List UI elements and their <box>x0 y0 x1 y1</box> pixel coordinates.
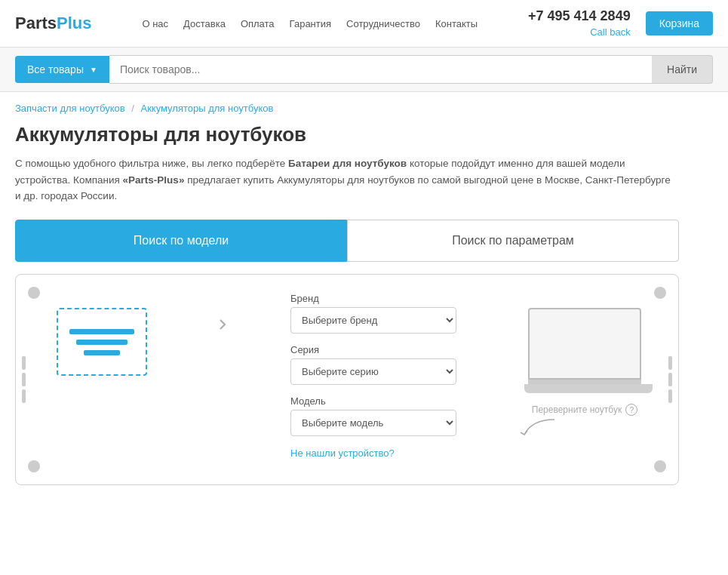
corner-dot-tl <box>28 287 40 299</box>
callback-link[interactable]: Call back <box>590 26 630 38</box>
side-bar <box>668 356 672 370</box>
series-field-group: Серия Выберите серию <box>290 344 456 385</box>
laptop-base <box>524 384 653 393</box>
laptop-right-sketch <box>524 308 645 393</box>
search-input[interactable] <box>109 55 652 84</box>
filter-section: Бренд Выберите бренд Серия Выберите сери… <box>15 274 679 485</box>
model-select[interactable]: Выберите модель <box>290 410 456 436</box>
page-description: С помощью удобного фильтра ниже, вы легк… <box>15 155 679 204</box>
side-bar <box>668 389 672 403</box>
flip-label-text: Переверните ноутбук <box>532 404 622 415</box>
side-bar <box>22 389 26 403</box>
desc-bold-1: Батареи для ноутбуков <box>288 158 407 169</box>
arrow-right-icon <box>213 315 232 334</box>
desc-bold-2: «Parts-Plus» <box>123 174 185 186</box>
tab-param-search[interactable]: Поиск по параметрам <box>347 220 679 262</box>
laptop-screen <box>528 308 641 380</box>
series-label: Серия <box>290 344 456 355</box>
side-bars-right <box>668 356 672 403</box>
nav-delivery[interactable]: Доставка <box>183 18 226 29</box>
main-content: Запчасти для ноутбуков / Аккумуляторы дл… <box>0 92 728 500</box>
logo[interactable]: Parts Plus <box>15 14 92 33</box>
corner-dot-tr <box>654 287 666 299</box>
side-bars-left <box>22 356 26 403</box>
brand-label: Бренд <box>290 293 456 304</box>
phone-number: +7 495 414 2849 <box>528 8 631 25</box>
question-icon[interactable]: ? <box>625 404 637 416</box>
search-button[interactable]: Найти <box>652 55 713 84</box>
breadcrumb: Запчасти для ноутбуков / Аккумуляторы дл… <box>15 103 713 114</box>
nav-about[interactable]: О нас <box>142 18 168 29</box>
corner-dot-br <box>654 460 666 472</box>
header: Parts Plus О нас Доставка Оплата Гаранти… <box>0 0 728 48</box>
model-field-group: Модель Выберите модель <box>290 395 456 436</box>
flip-arrow-container <box>509 416 660 438</box>
page-title: Аккумуляторы для ноутбуков <box>15 123 713 146</box>
arrow-connector <box>213 315 232 334</box>
side-bar <box>22 356 26 370</box>
laptop-illustration-right: Переверните ноутбук ? <box>509 308 660 438</box>
series-select[interactable]: Выберите серию <box>290 358 456 385</box>
logo-parts: Parts <box>15 14 57 33</box>
side-bar <box>668 373 672 386</box>
chevron-down-icon: ▼ <box>90 66 97 74</box>
search-tabs: Поиск по модели Поиск по параметрам <box>15 220 679 262</box>
flip-arrow-icon <box>517 416 562 438</box>
sketch-line-2 <box>76 340 127 345</box>
sketch-line-3 <box>84 350 120 355</box>
not-found-link[interactable]: Не нашли устройство? <box>290 447 395 459</box>
brand-select[interactable]: Выберите бренд <box>290 307 456 334</box>
nav-payment[interactable]: Оплата <box>241 18 275 29</box>
breadcrumb-separator: / <box>131 103 137 114</box>
brand-field-group: Бренд Выберите бренд <box>290 293 456 334</box>
logo-plus: Plus <box>57 14 91 33</box>
phone-block: +7 495 414 2849 Call back <box>528 8 631 39</box>
all-goods-label: Все товары <box>27 63 84 75</box>
laptop-sketch-left <box>57 308 147 376</box>
search-bar: Все товары ▼ Найти <box>0 48 728 92</box>
filter-inner: Бренд Выберите бренд Серия Выберите сери… <box>34 293 660 459</box>
model-label: Модель <box>290 395 456 407</box>
tab-model-search[interactable]: Поиск по модели <box>15 220 347 262</box>
dashed-selection-box <box>57 308 147 376</box>
filter-form: Бренд Выберите бренд Серия Выберите сери… <box>290 293 456 459</box>
flip-label: Переверните ноутбук ? <box>532 404 637 416</box>
breadcrumb-current: Аккумуляторы для ноутбуков <box>140 103 273 114</box>
sketch-line-1 <box>69 329 134 334</box>
nav-contacts[interactable]: Контакты <box>435 18 478 29</box>
all-goods-button[interactable]: Все товары ▼ <box>15 56 109 83</box>
cart-button[interactable]: Корзина <box>646 11 713 35</box>
side-bar <box>22 373 26 386</box>
nav-warranty[interactable]: Гарантия <box>290 18 331 29</box>
breadcrumb-link-parts[interactable]: Запчасти для ноутбуков <box>15 103 125 114</box>
laptop-illustration-left <box>34 308 170 376</box>
nav-cooperation[interactable]: Сотрудничество <box>346 18 420 29</box>
desc-text-1: С помощью удобного фильтра ниже, вы легк… <box>15 158 288 169</box>
corner-dot-bl <box>28 460 40 472</box>
main-nav: О нас Доставка Оплата Гарантия Сотруднич… <box>142 18 478 29</box>
